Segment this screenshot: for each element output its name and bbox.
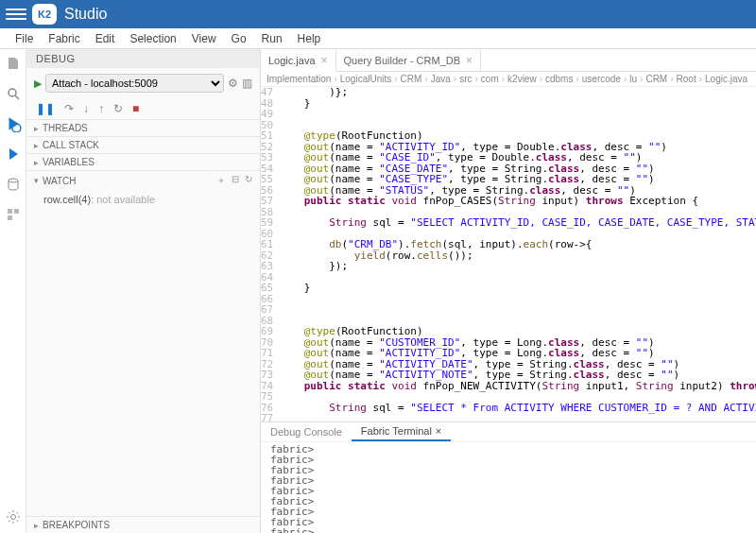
add-icon[interactable]: ＋	[216, 174, 226, 187]
explorer-icon[interactable]	[5, 55, 22, 72]
code-lines[interactable]: )}; } @type(RootFunction) @out(name = "A…	[279, 87, 756, 421]
debug-icon[interactable]	[5, 115, 22, 132]
crumb[interactable]: Implementation	[266, 74, 331, 84]
crumb[interactable]: LogicalUnits	[340, 74, 391, 84]
menu-file[interactable]: File	[8, 30, 41, 47]
activity-bar	[0, 49, 26, 533]
crumb[interactable]: com	[481, 74, 499, 84]
bottom-panel: Debug ConsoleFabric Terminal × fabric>fa…	[261, 421, 756, 533]
app-title: Studio	[64, 6, 107, 23]
stop-icon[interactable]: ■	[132, 102, 139, 115]
search-icon[interactable]	[5, 85, 22, 102]
breadcrumbs: Implementation›LogicalUnits›CRM›Java›src…	[261, 72, 756, 87]
restart-icon[interactable]: ↻	[113, 102, 123, 115]
fabric-icon[interactable]	[5, 206, 22, 223]
step-over-icon[interactable]: ↷	[64, 102, 74, 115]
menu-selection[interactable]: Selection	[122, 30, 183, 47]
pause-icon[interactable]: ❚❚	[36, 102, 55, 115]
chevron-right-icon: ▸	[34, 141, 39, 150]
crumb[interactable]: src	[459, 74, 472, 84]
panel-tab[interactable]: Debug Console	[261, 422, 352, 441]
menubar: FileFabricEditSelectionViewGoRunHelp	[0, 28, 756, 49]
line-gutter: 4748495051525354555657585960616263646566…	[261, 87, 279, 421]
panel-title: DEBUG	[26, 49, 260, 68]
section-threads[interactable]: ▸THREADS	[26, 119, 260, 136]
app-logo: K2	[32, 4, 57, 25]
svg-rect-6	[8, 215, 12, 220]
terminal-output[interactable]: fabric>fabric>fabric>fabric>fabric>fabri…	[261, 442, 756, 533]
panel-tab[interactable]: Fabric Terminal ×	[352, 422, 451, 441]
database-icon[interactable]	[5, 176, 22, 193]
close-icon[interactable]: ×	[436, 425, 441, 437]
section-watch[interactable]: ▾WATCH ＋⊟↻	[26, 170, 260, 190]
console-icon[interactable]: ▥	[242, 77, 252, 90]
gear-icon[interactable]: ⚙	[228, 77, 238, 90]
step-into-icon[interactable]: ↓	[83, 102, 89, 115]
debug-controls: ❚❚ ↷ ↓ ↑ ↻ ■	[26, 98, 260, 119]
menu-run[interactable]: Run	[254, 30, 290, 47]
panel-tabs: Debug ConsoleFabric Terminal ×	[261, 422, 756, 442]
play-icon[interactable]: ▶	[34, 77, 42, 90]
section-call-stack[interactable]: ▸CALL STACK	[26, 136, 260, 153]
menu-edit[interactable]: Edit	[88, 30, 123, 47]
svg-point-7	[10, 515, 15, 520]
menu-fabric[interactable]: Fabric	[41, 30, 87, 47]
collapse-icon[interactable]: ⊟	[232, 174, 239, 187]
crumb[interactable]: k2view	[507, 74, 537, 84]
code-editor[interactable]: 4748495051525354555657585960616263646566…	[261, 87, 756, 421]
titlebar: K2 Studio	[0, 0, 756, 28]
chevron-right-icon: ▸	[34, 158, 39, 167]
svg-point-0	[9, 89, 16, 96]
run-icon[interactable]	[5, 146, 22, 163]
chevron-right-icon: ▸	[34, 124, 39, 133]
crumb[interactable]: CRM	[645, 74, 667, 84]
chevron-right-icon: ▸	[34, 521, 39, 530]
step-out-icon[interactable]: ↑	[98, 102, 104, 115]
crumb[interactable]: CRM	[401, 74, 422, 84]
editor-tabs: Logic.java×Query Builder - CRM_DB×	[261, 49, 756, 72]
refresh-icon[interactable]: ↻	[245, 174, 252, 187]
menu-go[interactable]: Go	[224, 30, 254, 47]
settings-icon[interactable]	[5, 508, 22, 525]
editor-tab[interactable]: Query Builder - CRM_DB×	[336, 49, 482, 71]
editor-tab[interactable]: Logic.java×	[261, 49, 336, 72]
section-breakpoints[interactable]: ▸BREAKPOINTS	[26, 516, 260, 533]
crumb[interactable]: cdbms	[545, 74, 573, 84]
crumb[interactable]: usercode	[582, 74, 621, 84]
svg-rect-4	[8, 209, 12, 214]
debug-config-select[interactable]: Attach - localhost:5009	[45, 74, 224, 93]
close-icon[interactable]: ×	[321, 54, 328, 67]
debug-panel: DEBUG ▶ Attach - localhost:5009 ⚙ ▥ ❚❚ ↷…	[26, 49, 261, 533]
crumb[interactable]: lu	[629, 74, 637, 84]
menu-view[interactable]: View	[184, 30, 224, 47]
crumb[interactable]: Java	[431, 74, 451, 84]
crumb[interactable]: Root	[677, 74, 696, 84]
menu-help[interactable]: Help	[290, 30, 329, 47]
chevron-down-icon: ▾	[34, 176, 39, 185]
crumb[interactable]: Logic.java	[705, 74, 747, 84]
hamburger-icon[interactable]	[6, 9, 26, 20]
close-icon[interactable]: ×	[466, 54, 472, 67]
svg-rect-5	[14, 209, 19, 214]
watch-item[interactable]: row.cell(4): not available	[26, 190, 260, 209]
svg-line-1	[15, 95, 19, 99]
svg-point-3	[9, 179, 18, 182]
section-variables[interactable]: ▸VARIABLES	[26, 153, 260, 170]
